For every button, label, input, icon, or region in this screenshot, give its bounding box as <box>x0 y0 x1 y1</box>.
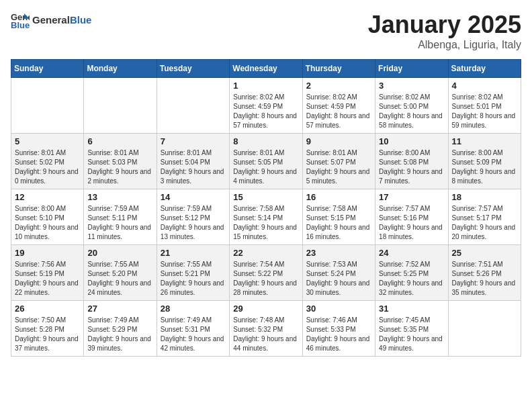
day-number: 20 <box>87 248 152 258</box>
day-number: 26 <box>15 304 80 314</box>
day-info: Sunrise: 7:57 AM Sunset: 5:17 PM Dayligh… <box>452 204 517 242</box>
calendar-cell: 22Sunrise: 7:54 AM Sunset: 5:22 PM Dayli… <box>230 245 302 301</box>
day-number: 11 <box>452 136 517 146</box>
day-info: Sunrise: 8:02 AM Sunset: 5:00 PM Dayligh… <box>379 93 444 130</box>
calendar-week-row: 12Sunrise: 8:00 AM Sunset: 5:10 PM Dayli… <box>11 189 521 245</box>
page-header: General Blue GeneralBlue January 2025 Al… <box>11 11 521 51</box>
calendar-cell: 11Sunrise: 8:00 AM Sunset: 5:09 PM Dayli… <box>448 134 521 189</box>
day-number: 6 <box>87 136 152 146</box>
column-header-friday: Friday <box>375 60 448 78</box>
calendar-cell: 20Sunrise: 7:55 AM Sunset: 5:20 PM Dayli… <box>84 245 157 301</box>
calendar-cell: 15Sunrise: 7:58 AM Sunset: 5:14 PM Dayli… <box>230 189 302 245</box>
day-number: 5 <box>15 136 80 146</box>
calendar-body: 1Sunrise: 8:02 AM Sunset: 4:59 PM Daylig… <box>11 78 521 357</box>
day-info: Sunrise: 8:00 AM Sunset: 5:10 PM Dayligh… <box>15 204 80 242</box>
calendar-cell: 18Sunrise: 7:57 AM Sunset: 5:17 PM Dayli… <box>448 189 521 245</box>
day-number: 17 <box>379 192 444 202</box>
day-number: 16 <box>306 192 371 202</box>
day-number: 9 <box>306 136 371 146</box>
calendar-cell: 12Sunrise: 8:00 AM Sunset: 5:10 PM Dayli… <box>11 189 84 245</box>
calendar-week-row: 19Sunrise: 7:56 AM Sunset: 5:19 PM Dayli… <box>11 245 521 301</box>
calendar-cell: 9Sunrise: 8:01 AM Sunset: 5:07 PM Daylig… <box>302 134 375 189</box>
day-info: Sunrise: 8:01 AM Sunset: 5:07 PM Dayligh… <box>306 148 371 186</box>
calendar-cell: 29Sunrise: 7:48 AM Sunset: 5:32 PM Dayli… <box>230 301 302 357</box>
column-header-tuesday: Tuesday <box>157 60 229 78</box>
day-info: Sunrise: 8:02 AM Sunset: 5:01 PM Dayligh… <box>452 93 517 130</box>
column-header-saturday: Saturday <box>448 60 521 78</box>
calendar-week-row: 26Sunrise: 7:50 AM Sunset: 5:28 PM Dayli… <box>11 301 521 357</box>
calendar-cell <box>84 78 157 134</box>
calendar-cell: 16Sunrise: 7:58 AM Sunset: 5:15 PM Dayli… <box>302 189 375 245</box>
calendar-cell: 6Sunrise: 8:01 AM Sunset: 5:03 PM Daylig… <box>84 134 157 189</box>
calendar-cell: 2Sunrise: 8:02 AM Sunset: 4:59 PM Daylig… <box>302 78 375 134</box>
day-info: Sunrise: 7:49 AM Sunset: 5:29 PM Dayligh… <box>87 316 152 353</box>
day-info: Sunrise: 7:52 AM Sunset: 5:25 PM Dayligh… <box>379 260 444 298</box>
calendar-cell: 13Sunrise: 7:59 AM Sunset: 5:11 PM Dayli… <box>84 189 157 245</box>
day-info: Sunrise: 7:57 AM Sunset: 5:16 PM Dayligh… <box>379 204 444 242</box>
day-info: Sunrise: 8:02 AM Sunset: 4:59 PM Dayligh… <box>306 93 371 130</box>
calendar-cell: 3Sunrise: 8:02 AM Sunset: 5:00 PM Daylig… <box>375 78 448 134</box>
calendar-cell: 27Sunrise: 7:49 AM Sunset: 5:29 PM Dayli… <box>84 301 157 357</box>
column-header-sunday: Sunday <box>11 60 84 78</box>
calendar-table: SundayMondayTuesdayWednesdayThursdayFrid… <box>11 59 521 357</box>
calendar-cell: 26Sunrise: 7:50 AM Sunset: 5:28 PM Dayli… <box>11 301 84 357</box>
day-number: 18 <box>452 192 517 202</box>
day-number: 28 <box>161 304 226 314</box>
logo: General Blue GeneralBlue <box>11 11 91 30</box>
column-header-monday: Monday <box>84 60 157 78</box>
svg-text:Blue: Blue <box>11 20 30 30</box>
logo-general: General <box>32 14 70 26</box>
calendar-cell: 25Sunrise: 7:51 AM Sunset: 5:26 PM Dayli… <box>448 245 521 301</box>
calendar-cell: 30Sunrise: 7:46 AM Sunset: 5:33 PM Dayli… <box>302 301 375 357</box>
day-number: 25 <box>452 248 517 258</box>
day-number: 7 <box>161 136 226 146</box>
day-info: Sunrise: 7:48 AM Sunset: 5:32 PM Dayligh… <box>233 316 298 353</box>
calendar-week-row: 5Sunrise: 8:01 AM Sunset: 5:02 PM Daylig… <box>11 134 521 189</box>
day-number: 23 <box>306 248 371 258</box>
day-info: Sunrise: 7:56 AM Sunset: 5:19 PM Dayligh… <box>15 260 80 298</box>
calendar-cell: 1Sunrise: 8:02 AM Sunset: 4:59 PM Daylig… <box>230 78 302 134</box>
day-number: 29 <box>233 304 298 314</box>
day-info: Sunrise: 7:55 AM Sunset: 5:21 PM Dayligh… <box>161 260 226 298</box>
calendar-cell <box>11 78 84 134</box>
calendar-cell: 19Sunrise: 7:56 AM Sunset: 5:19 PM Dayli… <box>11 245 84 301</box>
calendar-cell <box>157 78 229 134</box>
day-number: 1 <box>233 81 298 91</box>
day-number: 10 <box>379 136 444 146</box>
calendar-cell: 28Sunrise: 7:49 AM Sunset: 5:31 PM Dayli… <box>157 301 229 357</box>
day-number: 13 <box>87 192 152 202</box>
calendar-cell: 31Sunrise: 7:45 AM Sunset: 5:35 PM Dayli… <box>375 301 448 357</box>
day-info: Sunrise: 7:46 AM Sunset: 5:33 PM Dayligh… <box>306 316 371 353</box>
day-info: Sunrise: 7:58 AM Sunset: 5:14 PM Dayligh… <box>233 204 298 242</box>
day-info: Sunrise: 8:00 AM Sunset: 5:08 PM Dayligh… <box>379 148 444 186</box>
day-number: 22 <box>233 248 298 258</box>
day-info: Sunrise: 7:53 AM Sunset: 5:24 PM Dayligh… <box>306 260 371 298</box>
calendar-cell: 23Sunrise: 7:53 AM Sunset: 5:24 PM Dayli… <box>302 245 375 301</box>
day-info: Sunrise: 7:50 AM Sunset: 5:28 PM Dayligh… <box>15 316 80 353</box>
day-info: Sunrise: 7:45 AM Sunset: 5:35 PM Dayligh… <box>379 316 444 353</box>
day-number: 24 <box>379 248 444 258</box>
logo-icon: General Blue <box>11 11 30 30</box>
calendar-cell <box>448 301 521 357</box>
calendar-week-row: 1Sunrise: 8:02 AM Sunset: 4:59 PM Daylig… <box>11 78 521 134</box>
day-info: Sunrise: 8:01 AM Sunset: 5:03 PM Dayligh… <box>87 148 152 186</box>
day-info: Sunrise: 8:01 AM Sunset: 5:05 PM Dayligh… <box>233 148 298 186</box>
day-number: 31 <box>379 304 444 314</box>
day-number: 8 <box>233 136 298 146</box>
calendar-cell: 5Sunrise: 8:01 AM Sunset: 5:02 PM Daylig… <box>11 134 84 189</box>
day-number: 27 <box>87 304 152 314</box>
day-info: Sunrise: 8:01 AM Sunset: 5:04 PM Dayligh… <box>161 148 226 186</box>
day-info: Sunrise: 7:49 AM Sunset: 5:31 PM Dayligh… <box>161 316 226 353</box>
column-header-thursday: Thursday <box>302 60 375 78</box>
calendar-cell: 8Sunrise: 8:01 AM Sunset: 5:05 PM Daylig… <box>230 134 302 189</box>
day-info: Sunrise: 7:55 AM Sunset: 5:20 PM Dayligh… <box>87 260 152 298</box>
calendar-cell: 7Sunrise: 8:01 AM Sunset: 5:04 PM Daylig… <box>157 134 229 189</box>
day-number: 2 <box>306 81 371 91</box>
calendar-cell: 21Sunrise: 7:55 AM Sunset: 5:21 PM Dayli… <box>157 245 229 301</box>
column-header-wednesday: Wednesday <box>230 60 302 78</box>
day-number: 21 <box>161 248 226 258</box>
calendar-header-row: SundayMondayTuesdayWednesdayThursdayFrid… <box>11 60 521 78</box>
day-number: 3 <box>379 81 444 91</box>
day-info: Sunrise: 8:01 AM Sunset: 5:02 PM Dayligh… <box>15 148 80 186</box>
day-number: 30 <box>306 304 371 314</box>
